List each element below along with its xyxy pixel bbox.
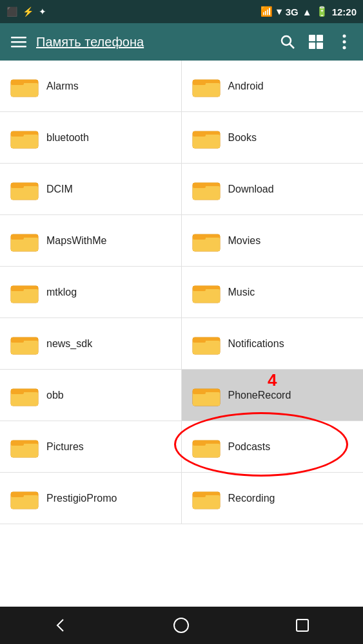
svg-rect-30 <box>11 186 38 200</box>
folder-name: Podcasts <box>228 441 271 453</box>
page-title: Память телефона <box>36 35 270 50</box>
svg-rect-75 <box>193 440 206 446</box>
signal-icon: ▲ <box>302 6 312 17</box>
folder-name: Movies <box>228 235 261 247</box>
folder-icon <box>192 281 221 304</box>
svg-rect-63 <box>11 389 24 394</box>
folder-item[interactable]: bluetooth <box>0 112 182 164</box>
search-button[interactable] <box>277 31 299 53</box>
toolbar: Память телефона <box>0 23 363 61</box>
svg-rect-59 <box>193 337 206 343</box>
folder-icon <box>192 487 221 510</box>
home-button[interactable] <box>162 612 201 638</box>
folder-item[interactable]: obb <box>0 370 182 421</box>
recents-button[interactable] <box>283 612 322 638</box>
folder-item[interactable]: MapsWithMe <box>0 215 182 267</box>
folder-icon <box>192 126 221 149</box>
svg-rect-26 <box>193 135 220 148</box>
svg-rect-85 <box>297 620 308 631</box>
svg-rect-8 <box>317 43 323 49</box>
svg-rect-0 <box>11 37 26 39</box>
folder-name: mtklog <box>46 287 77 298</box>
svg-rect-62 <box>11 392 38 406</box>
svg-rect-1 <box>11 41 26 43</box>
svg-rect-55 <box>11 337 24 343</box>
svg-rect-31 <box>11 183 24 188</box>
folder-item[interactable]: Download <box>182 164 364 215</box>
folder-item[interactable]: Android <box>182 61 364 112</box>
svg-point-11 <box>343 46 346 50</box>
svg-rect-7 <box>309 43 315 49</box>
grid-view-button[interactable] <box>305 31 327 53</box>
status-icons-right: 📶 ▾ 3G ▲ 🔋 12:20 <box>260 6 357 17</box>
folder-item[interactable]: Music <box>182 267 364 318</box>
wifi-icon: ▾ <box>277 6 282 17</box>
folder-item[interactable]: news_sdk <box>0 318 182 370</box>
folder-name: Pictures <box>46 441 84 453</box>
svg-point-84 <box>174 618 188 632</box>
back-button[interactable] <box>41 612 80 638</box>
folder-item[interactable]: Movies <box>182 215 364 267</box>
folder-icon <box>192 384 221 407</box>
folder-icon <box>192 229 221 252</box>
folder-name: Android <box>228 80 264 92</box>
folder-item[interactable]: PrestigioPromo <box>0 473 182 524</box>
svg-point-9 <box>343 35 346 38</box>
folder-name: Notifications <box>228 338 284 350</box>
folder-item[interactable]: Books <box>182 112 364 164</box>
folder-icon <box>192 332 221 355</box>
svg-rect-50 <box>193 289 220 303</box>
svg-rect-58 <box>193 341 220 354</box>
svg-rect-42 <box>193 238 220 251</box>
svg-rect-66 <box>193 392 220 406</box>
file-grid-area: Alarms Android bluetooth <box>0 61 363 644</box>
folder-icon <box>10 487 39 510</box>
svg-rect-27 <box>193 131 206 137</box>
svg-point-3 <box>282 36 291 45</box>
svg-rect-83 <box>193 492 206 497</box>
folder-icon <box>10 126 39 149</box>
svg-rect-46 <box>11 289 38 303</box>
svg-rect-43 <box>193 234 206 240</box>
folder-item[interactable]: PhoneRecord <box>182 370 364 421</box>
folder-item[interactable]: Alarms <box>0 61 182 112</box>
status-icons-left: ⬛ ⚡ ✦ <box>6 6 46 17</box>
svg-rect-51 <box>193 286 206 291</box>
folder-item[interactable]: Recording <box>182 473 364 524</box>
svg-rect-54 <box>11 341 38 354</box>
folder-name: DCIM <box>46 184 73 195</box>
folder-name: Download <box>228 184 274 195</box>
folder-name: Books <box>228 132 257 144</box>
folder-icon <box>10 435 39 459</box>
folder-name: PrestigioPromo <box>46 493 117 504</box>
svg-rect-22 <box>11 135 38 148</box>
folder-icon <box>10 178 39 201</box>
folder-name: bluetooth <box>46 132 89 144</box>
svg-rect-35 <box>193 183 206 188</box>
svg-rect-47 <box>11 286 24 291</box>
svg-rect-70 <box>11 444 38 457</box>
folder-icon <box>10 75 39 98</box>
svg-rect-23 <box>11 131 24 137</box>
folder-name: Music <box>228 287 255 298</box>
svg-rect-39 <box>11 234 24 240</box>
folder-item[interactable]: Notifications <box>182 318 364 370</box>
folder-item[interactable]: Pictures <box>0 421 182 473</box>
more-options-button[interactable] <box>333 31 355 53</box>
svg-rect-78 <box>11 495 38 509</box>
folder-name: obb <box>46 390 64 401</box>
gallery-icon: ⬛ <box>6 6 17 17</box>
svg-rect-6 <box>317 35 323 41</box>
folder-item[interactable]: DCIM <box>0 164 182 215</box>
folder-item[interactable]: Podcasts <box>182 421 364 473</box>
folder-item[interactable]: mtklog <box>0 267 182 318</box>
menu-button[interactable] <box>8 31 30 53</box>
svg-rect-18 <box>193 83 220 97</box>
svg-rect-14 <box>11 83 38 97</box>
folder-icon <box>192 435 221 459</box>
status-bar: ⬛ ⚡ ✦ 📶 ▾ 3G ▲ 🔋 12:20 <box>0 0 363 23</box>
clock: 12:20 <box>332 6 357 17</box>
svg-rect-2 <box>11 46 26 48</box>
folder-icon <box>10 281 39 304</box>
svg-line-4 <box>290 44 295 49</box>
